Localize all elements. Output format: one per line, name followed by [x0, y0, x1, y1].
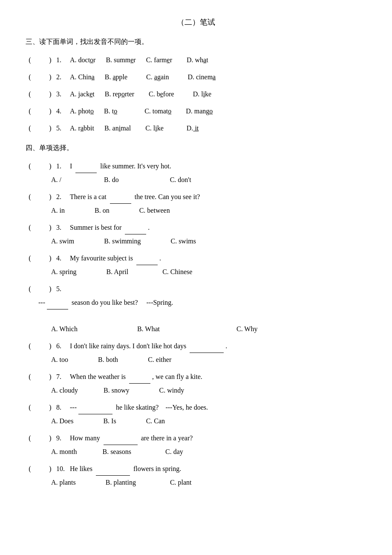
section4-q2-options: A. in B. on C. between	[26, 204, 366, 217]
section4-q6: ( ) 6. I don't like rainy days. I don't …	[26, 339, 366, 367]
section4-q4: ( ) 4. My favourite subject is . A. spri…	[26, 251, 366, 279]
section4-q7-options: A. cloudy B. snowy C. windy	[26, 384, 366, 397]
section4-title: 四、单项选择。	[26, 144, 366, 153]
section4-q1: ( ) 1. I like summer. It's very hot. A. …	[26, 159, 366, 187]
section4-q5: ( ) 5. --- season do you like best? ---S…	[26, 282, 366, 336]
section3-title: 三、读下面单词，找出发音不同的一项。	[26, 38, 366, 46]
section4-q2: ( ) 2. There is a cat the tree. Can you …	[26, 190, 366, 217]
section3-q4: ( ) 4. A. photo B. to C. tomato D. mango	[26, 104, 366, 118]
section4-q3-options: A. swim B. swimming C. swims	[26, 234, 366, 248]
section4-q6-options: A. too B. both C. either	[26, 353, 366, 367]
section4-q8: ( ) 8. --- he like skating? ---Yes, he d…	[26, 401, 366, 428]
section4-q10-options: A. plants B. planting C. plant	[26, 476, 366, 489]
section4-q9-options: A. month B. seasons C. day	[26, 445, 366, 459]
section4-q7: ( ) 7. When the weather is , we can fly …	[26, 370, 366, 397]
section4-q5-options: A. Which B. What C. Why	[26, 322, 366, 336]
section4-q8-options: A. Does B. Is C. Can	[26, 414, 366, 428]
section3-q1: ( ) 1. A. doctor B. summer C. farmer D. …	[26, 53, 366, 67]
page-title: （二）笔试	[26, 17, 366, 27]
section3-q3: ( ) 3. A. jacket B. reporter C. before D…	[26, 87, 366, 101]
section3-q2: ( ) 2. A. China B. apple C. again D. cin…	[26, 70, 366, 84]
section4-q9: ( ) 9. How many are there in a year? A. …	[26, 431, 366, 459]
section4-q1-options: A. / B. do C. don't	[26, 173, 366, 187]
section4-q10: ( ) 10. He likes flowers in spring. A. p…	[26, 462, 366, 489]
section3-q5: ( ) 5. A. rabbit B. animal C. like D. it	[26, 121, 366, 135]
section4-q3: ( ) 3. Summer is best for . A. swim B. s…	[26, 221, 366, 248]
section4-q4-options: A. spring B. April C. Chinese	[26, 265, 366, 279]
